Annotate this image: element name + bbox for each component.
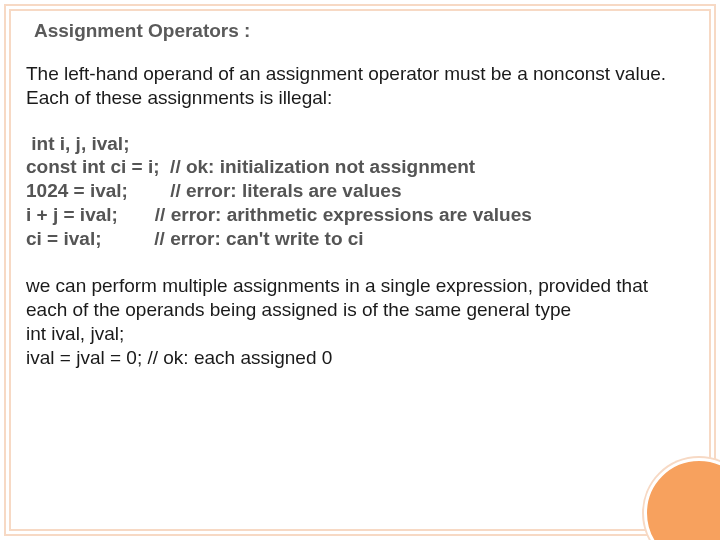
- outro-paragraph: we can perform multiple assignments in a…: [26, 274, 694, 369]
- slide-heading: Assignment Operators :: [34, 20, 694, 42]
- intro-paragraph: The left-hand operand of an assignment o…: [26, 62, 694, 110]
- slide-content: Assignment Operators : The left-hand ope…: [26, 20, 694, 520]
- code-block: int i, j, ival; const int ci = i; // ok:…: [26, 132, 694, 251]
